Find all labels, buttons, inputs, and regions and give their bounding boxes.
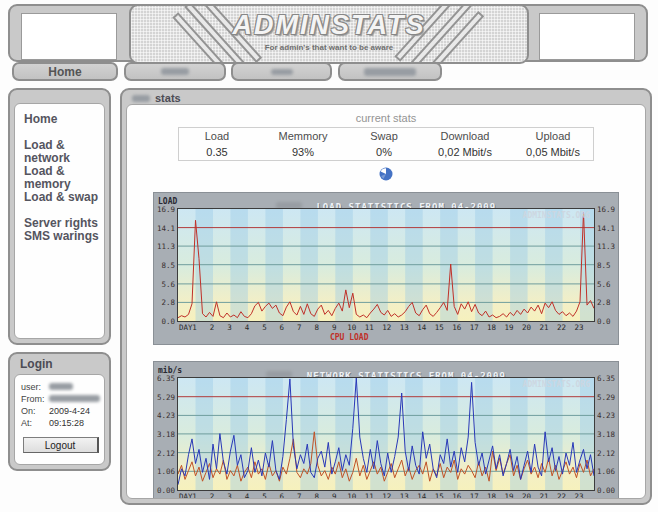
x-tick-label: 9 <box>332 492 337 499</box>
x-tick-label: 13 <box>400 492 409 499</box>
sidebar-item-home[interactable]: Home <box>24 113 104 126</box>
x-tick-label: 4 <box>245 323 250 332</box>
load-chart-yaxis-right: 0.02.85.68.511.314.116.9 <box>595 208 616 332</box>
x-tick-label: 17 <box>470 323 479 332</box>
y-tick-label: 11.3 <box>157 242 175 251</box>
banner-left-box <box>21 13 117 60</box>
y-tick-label: 3.18 <box>157 429 175 438</box>
col-swap: Swap <box>351 128 417 145</box>
chart-legend-label: CPU LOAD <box>330 333 369 342</box>
refresh-icon[interactable] <box>379 167 393 181</box>
y-tick-label: 6.35 <box>157 374 175 383</box>
tab-redacted-2[interactable] <box>231 62 332 81</box>
tab-redacted-1[interactable] <box>124 62 226 81</box>
y-tick-label: 16.9 <box>597 205 615 214</box>
y-tick-label: 2.12 <box>157 448 175 457</box>
y-tick-label: 0.00 <box>597 486 615 495</box>
sidebar-inner: Home Load & network Load & memory Load &… <box>14 103 105 339</box>
login-at-label: At: <box>21 417 49 429</box>
stats-panel-header: stats <box>132 92 181 104</box>
load-chart-titlebar: LOAD LOAD STATISTICS FROM 04-2009 <box>156 195 616 208</box>
x-tick-label: 21 <box>540 323 549 332</box>
value-swap: 0% <box>351 144 417 161</box>
load-chart: LOAD LOAD STATISTICS FROM 04-2009 0.02.8… <box>153 192 619 345</box>
value-upload: 0,05 Mbit/s <box>513 144 594 161</box>
x-tick-label: 18 <box>487 323 496 332</box>
y-tick-label: 5.6 <box>161 279 175 288</box>
x-tick-label: 14 <box>417 323 426 332</box>
network-chart: mib/s NETWORK STATISTICS FROM 04-2009 0.… <box>153 361 619 499</box>
x-tick-label: 20 <box>522 323 531 332</box>
y-tick-label: 4.23 <box>597 411 615 420</box>
refresh-row <box>127 167 645 183</box>
col-memory: Memmory <box>255 128 351 145</box>
x-tick-label: 11 <box>365 323 374 332</box>
y-tick-label: 0.0 <box>161 317 175 326</box>
x-tick-label: 6 <box>280 323 285 332</box>
y-tick-label: 5.29 <box>157 392 175 401</box>
y-tick-label: 1.06 <box>157 467 175 476</box>
sidebar: Home Load & network Load & memory Load &… <box>8 88 111 345</box>
x-tick-label: 23 <box>575 323 584 332</box>
y-tick-label: 2.8 <box>161 298 175 307</box>
load-chart-xaxis: DAY1234567891011121314151617181920212223 <box>177 322 595 332</box>
x-tick-label: 6 <box>280 492 285 499</box>
redacted-user-value <box>49 383 73 390</box>
y-tick-label: 4.23 <box>157 411 175 420</box>
redacted-tab-label <box>271 69 293 75</box>
x-tick-label: 7 <box>297 323 302 332</box>
x-tick-label: 8 <box>315 492 320 499</box>
sidebar-item-load-memory[interactable]: Load & memory <box>24 165 104 191</box>
x-tick-label: 8 <box>315 323 320 332</box>
plot-area: ADMINSTATS.ORG <box>177 377 595 491</box>
x-tick-label: 5 <box>262 323 267 332</box>
sidebar-item-sms-warings[interactable]: SMS warings <box>24 230 104 243</box>
login-box: Login user: From: On: 2009-4-24 At: 09:1… <box>8 352 111 471</box>
x-tick-label: 10 <box>347 492 356 499</box>
y-tick-label: 14.1 <box>157 223 175 232</box>
x-tick-label: 12 <box>382 492 391 499</box>
network-chart-yaxis-left: 0.001.062.123.184.235.296.35 <box>156 377 177 499</box>
logout-button[interactable]: Logout <box>23 437 99 453</box>
x-tick-label: 1 <box>192 323 197 332</box>
login-from-label: From: <box>21 393 49 405</box>
y-tick-label: 0.00 <box>157 486 175 495</box>
load-chart-legend: CPU LOAD <box>156 332 616 343</box>
y-tick-label: 1.06 <box>597 467 615 476</box>
sidebar-item-load-network[interactable]: Load & network <box>24 139 104 165</box>
site-title: ADMINSTATS <box>131 10 527 41</box>
current-stats-value-row: 0.35 93% 0% 0,02 Mbit/s 0,05 Mbit/s <box>179 144 594 161</box>
x-tick-label: 21 <box>540 492 549 499</box>
x-tick-label: 2 <box>210 492 215 499</box>
redacted-tab-label <box>364 68 416 76</box>
y-tick-label: 2.8 <box>597 298 611 307</box>
stats-panel-inner: current stats Load Memmory Swap Download… <box>126 104 646 499</box>
y-tick-label: 11.3 <box>597 242 615 251</box>
tab-redacted-3[interactable] <box>338 62 442 81</box>
x-tick-label: 2 <box>210 323 215 332</box>
col-download: Download <box>417 128 513 145</box>
y-tick-label: 16.9 <box>157 205 175 214</box>
x-tick-label: 12 <box>382 323 391 332</box>
plot-area: ADMINSTATS.ORG <box>177 208 595 322</box>
value-download: 0,02 Mbit/s <box>417 144 513 161</box>
redacted-from-value <box>49 395 100 402</box>
login-on-label: On: <box>21 405 49 417</box>
redacted-tab-label <box>161 68 189 75</box>
stats-panel-title: stats <box>155 92 181 104</box>
login-on-value: 2009-4-24 <box>49 405 90 417</box>
load-chart-yaxis-left: 0.02.85.68.511.314.116.9 <box>156 208 177 332</box>
x-tick-label: 14 <box>417 492 426 499</box>
tab-home[interactable]: Home <box>12 62 118 81</box>
current-stats-table: Load Memmory Swap Download Upload 0.35 9… <box>178 127 594 161</box>
x-tick-label: 13 <box>400 323 409 332</box>
y-tick-label: 14.1 <box>597 223 615 232</box>
x-axis-prefix-label: DAY <box>179 323 193 332</box>
login-at-value: 09:15:28 <box>49 417 84 429</box>
sidebar-item-load-swap[interactable]: Load & swap <box>24 191 104 204</box>
x-tick-label: 15 <box>435 492 444 499</box>
current-stats-header-row: Load Memmory Swap Download Upload <box>179 128 594 145</box>
x-tick-label: 16 <box>452 492 461 499</box>
y-tick-label: 0.0 <box>597 317 611 326</box>
x-tick-label: 9 <box>332 323 337 332</box>
